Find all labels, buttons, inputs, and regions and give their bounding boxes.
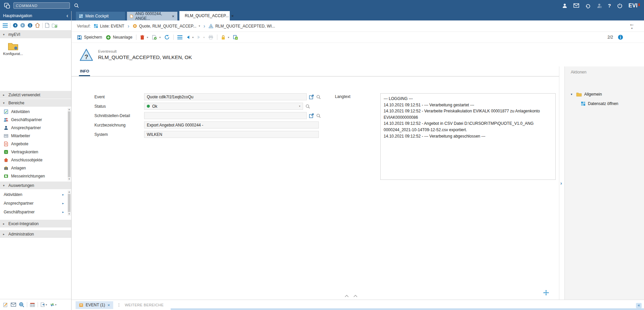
note-edit-icon[interactable]: [3, 302, 8, 307]
search-icon[interactable]: [74, 3, 79, 8]
bottom-scroll-strip[interactable]: [171, 308, 644, 310]
info-circle-icon[interactable]: [618, 35, 623, 40]
sidebar-item-angebote[interactable]: Angebote: [0, 140, 71, 148]
tab-info[interactable]: INFO: [79, 69, 90, 76]
open-reference-icon[interactable]: [309, 95, 314, 99]
contract-account-icon: S: [4, 150, 8, 154]
section-recent[interactable]: ▸ Zuletzt verwendet: [0, 91, 71, 99]
sidebar-item-geschaeftspartner[interactable]: Geschäftspartner: [0, 116, 71, 124]
collapse-panel-icon[interactable]: «: [636, 303, 642, 308]
sidebar-item-mitarbeiter[interactable]: Mitarbeiter: [0, 132, 71, 140]
search-icon[interactable]: [316, 95, 321, 99]
section-admin[interactable]: ▸ Administration: [0, 230, 71, 238]
kurzbezeichnung-field[interactable]: Export Angebot ANG 0000244 -: [144, 121, 319, 128]
status-field[interactable]: Ok ▾: [144, 103, 303, 110]
panel-expand-icon[interactable]: ›: [560, 180, 562, 186]
scrollbar-thumb[interactable]: [68, 111, 71, 177]
close-icon[interactable]: ×: [231, 14, 234, 18]
sync-button[interactable]: ▾: [50, 303, 56, 307]
sidebar-item-aktivitaeten[interactable]: Aktivitäten: [0, 108, 71, 116]
breadcrumb-item-quote[interactable]: Quote, RLM_QUOTE_ACCEP... ▾: [133, 24, 200, 29]
history-dropdown-icon[interactable]: ▾: [631, 27, 633, 30]
svg-text:S: S: [5, 151, 7, 154]
nav-forward-icon[interactable]: [20, 23, 25, 28]
delete-button[interactable]: ▾: [140, 35, 148, 40]
close-icon[interactable]: ×: [172, 14, 174, 18]
sidebar-item-messeinrichtungen[interactable]: Messeinrichtungen: [0, 172, 71, 180]
section-excel[interactable]: ▸ Excel-Integration: [0, 220, 71, 227]
tab-mein-cockpit[interactable]: Mein Cockpit: [76, 12, 125, 20]
sidebar-item-anlagen[interactable]: Anlagen: [0, 164, 71, 172]
breadcrumb-item-liste-event[interactable]: Liste: EVENT: [94, 24, 124, 29]
mail-icon[interactable]: [573, 3, 579, 8]
home-up-icon[interactable]: [35, 23, 40, 28]
copy-record-button[interactable]: [233, 35, 238, 40]
redo-icon[interactable]: [585, 3, 591, 8]
close-icon[interactable]: ×: [108, 303, 110, 308]
action-datensatz-oeffnen[interactable]: Datensatz öffnen: [581, 101, 644, 106]
dropdown-caret-icon[interactable]: ▾: [299, 105, 300, 108]
refresh-button[interactable]: [164, 35, 170, 40]
eval-item-ansprechpartner[interactable]: Ansprechpartner ▸: [0, 199, 71, 208]
user-status-icon[interactable]: [597, 3, 602, 8]
tab-ang-0000244[interactable]: ANG 0000244, ANGE... ×: [127, 12, 177, 20]
search-icon[interactable]: [305, 104, 310, 109]
new-button[interactable]: Neuanlage: [106, 35, 132, 40]
dropdown-caret-icon[interactable]: ▾: [199, 24, 200, 28]
help-icon[interactable]: ?: [608, 3, 611, 8]
actions-group-allgemein[interactable]: ▾ Allgemein: [571, 92, 644, 97]
user-icon[interactable]: [562, 3, 567, 8]
add-related-button[interactable]: ▾: [152, 35, 161, 40]
folder-add-icon[interactable]: [52, 23, 57, 28]
breadcrumb-item-rlm-quote-accepted[interactable]: ? RLM_QUOTE_ACCEPTED, WI...: [209, 24, 275, 29]
next-record-button[interactable]: ▾: [197, 35, 205, 39]
event-field[interactable]: Quote cdlk7l1f1eqb2coQu: [144, 93, 307, 100]
print-button[interactable]: [208, 35, 213, 40]
scroll-up-icon[interactable]: ▲: [68, 190, 71, 194]
sidebar-item-ansprechpartner[interactable]: Ansprechpartner: [0, 124, 71, 132]
history-back-icon[interactable]: ←: [629, 21, 635, 27]
power-icon[interactable]: [617, 3, 622, 8]
move-icon[interactable]: [543, 290, 549, 296]
envelope-icon[interactable]: [11, 303, 16, 307]
bottom-tab-event[interactable]: EVENT (1) ×: [76, 301, 113, 309]
sidebar-collapse-icon[interactable]: ‹: [67, 13, 68, 18]
event-tab-icon: [79, 303, 83, 307]
event-question-icon: ?: [209, 24, 213, 28]
open-reference-icon[interactable]: [309, 113, 314, 118]
section-myevi[interactable]: ▾ myEVI: [0, 31, 71, 38]
info-circle-icon[interactable]: [28, 23, 33, 28]
chevron-up-icon[interactable]: [345, 295, 349, 297]
scrollbar-thumb[interactable]: [68, 194, 71, 212]
konfiguration-tile[interactable]: Konfigurat...: [3, 42, 24, 56]
export-button[interactable]: ▾: [41, 302, 47, 307]
field-label: Kurzbezeichnung: [94, 123, 144, 127]
scroll-down-icon[interactable]: ▼: [68, 177, 71, 181]
document-icon[interactable]: [45, 23, 49, 28]
tab-rlm-quote-accepted[interactable]: ? RLM_QUOTE_ACCEP... ×: [179, 11, 230, 20]
section-evaluations[interactable]: ▾ Auswertungen: [0, 182, 71, 189]
langtext-box[interactable]: --- LOGGING --- 14.10.2021 09:12:51 - --…: [380, 93, 556, 180]
list-menu-button[interactable]: [177, 35, 182, 39]
chevron-up-icon[interactable]: [353, 295, 357, 297]
form-row-event: Event Quote cdlk7l1f1eqb2coQu: [94, 93, 321, 100]
section-areas[interactable]: ▾ Bereiche: [0, 99, 71, 107]
system-field[interactable]: WILKEN: [144, 131, 319, 138]
menu-icon[interactable]: [3, 23, 8, 28]
schnittstellen-detail-field[interactable]: [144, 112, 307, 119]
eval-item-aktivitaeten[interactable]: Aktivitäten ▸: [0, 190, 71, 199]
globe-search-icon[interactable]: [19, 302, 24, 307]
scroll-down-icon[interactable]: ▼: [68, 212, 71, 216]
prev-record-button[interactable]: ▾: [186, 35, 194, 39]
sidebar-item-anschlussobjekte[interactable]: Anschlussobjekte: [0, 156, 71, 164]
nav-back-icon[interactable]: [13, 23, 18, 28]
scroll-up-icon[interactable]: ▲: [68, 108, 71, 111]
save-button[interactable]: Speichern: [77, 35, 102, 40]
lock-button[interactable]: ▾: [221, 35, 229, 40]
more-areas-button[interactable]: WEITERE BEREICHE: [125, 303, 164, 307]
command-input[interactable]: [16, 4, 68, 8]
eval-item-geschaeftspartner[interactable]: Geschäftspartner ▸: [0, 208, 71, 216]
sidebar-item-vertragskonten[interactable]: S Vertragskonten: [0, 148, 71, 156]
table-icon[interactable]: [30, 303, 35, 307]
search-icon[interactable]: [316, 113, 321, 118]
